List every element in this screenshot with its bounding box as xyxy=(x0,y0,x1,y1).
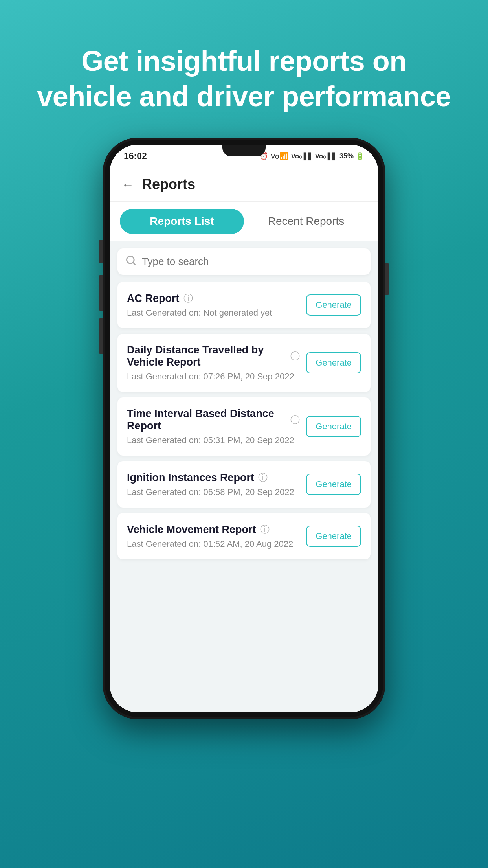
info-icon-vehicle-movement[interactable]: ⓘ xyxy=(260,523,270,536)
report-info-time-interval: Time Interval Based Distance Report ⓘ La… xyxy=(127,408,306,445)
report-name-row-vehicle-movement: Vehicle Movement Report ⓘ xyxy=(127,523,300,536)
report-meta-vehicle-movement: Last Generated on: 01:52 AM, 20 Aug 2022 xyxy=(127,539,293,549)
tab-recent-reports[interactable]: Recent Reports xyxy=(244,209,368,234)
notch xyxy=(222,145,266,156)
report-name-time-interval: Time Interval Based Distance Report xyxy=(127,408,286,432)
info-icon-time-interval[interactable]: ⓘ xyxy=(290,414,300,426)
report-card-vehicle-movement: Vehicle Movement Report ⓘ Last Generated… xyxy=(117,513,371,559)
report-info-daily-distance: Daily Distance Travelled by Vehicle Repo… xyxy=(127,344,306,382)
search-bar xyxy=(117,248,371,275)
report-meta-time-interval: Last Generated on: 05:31 PM, 20 Sep 2022 xyxy=(127,435,294,445)
generate-button-ignition[interactable]: Generate xyxy=(306,474,361,495)
report-name-daily-distance: Daily Distance Travelled by Vehicle Repo… xyxy=(127,344,286,368)
signal-icons: Vo₀ ▌▌ Vo₀ ▌▌ xyxy=(291,152,337,160)
report-info-ignition: Ignition Instances Report ⓘ Last Generat… xyxy=(127,471,306,497)
phone-mockup: 16:02 ⏰ Vo📶 Vo₀ ▌▌ Vo₀ ▌▌ 35% 🔋 ← Report… xyxy=(103,138,385,719)
info-icon-daily-distance[interactable]: ⓘ xyxy=(290,350,300,362)
generate-button-daily-distance[interactable]: Generate xyxy=(306,352,361,373)
tabs-container: Reports List Recent Reports xyxy=(110,202,378,241)
report-name-ac: AC Report xyxy=(127,292,180,305)
report-name-row-time-interval: Time Interval Based Distance Report ⓘ xyxy=(127,408,300,432)
phone-screen: 16:02 ⏰ Vo📶 Vo₀ ▌▌ Vo₀ ▌▌ 35% 🔋 ← Report… xyxy=(110,145,378,712)
report-meta-ignition: Last Generated on: 06:58 PM, 20 Sep 2022 xyxy=(127,487,294,497)
generate-button-ac[interactable]: Generate xyxy=(306,294,361,316)
info-icon-ac[interactable]: ⓘ xyxy=(183,292,193,305)
report-card-daily-distance: Daily Distance Travelled by Vehicle Repo… xyxy=(117,334,371,392)
report-name-row-daily-distance: Daily Distance Travelled by Vehicle Repo… xyxy=(127,344,300,368)
report-name-ignition: Ignition Instances Report xyxy=(127,472,254,484)
report-card-time-interval: Time Interval Based Distance Report ⓘ La… xyxy=(117,397,371,456)
wifi-icon: Vo📶 xyxy=(270,152,288,161)
svg-line-1 xyxy=(133,262,135,264)
battery-indicator: 35% 🔋 xyxy=(339,152,364,160)
app-content: ← Reports Reports List Recent Reports xyxy=(110,167,378,712)
volume-up-button xyxy=(99,240,103,263)
status-icons: ⏰ Vo📶 Vo₀ ▌▌ Vo₀ ▌▌ 35% 🔋 xyxy=(259,152,364,161)
report-info-vehicle-movement: Vehicle Movement Report ⓘ Last Generated… xyxy=(127,523,306,549)
reports-list: AC Report ⓘ Last Generated on: Not gener… xyxy=(110,282,378,712)
hero-title: Get insightful reports on vehicle and dr… xyxy=(31,43,457,114)
generate-button-vehicle-movement[interactable]: Generate xyxy=(306,526,361,547)
report-meta-ac: Last Generated on: Not generated yet xyxy=(127,308,272,318)
top-bar: ← Reports xyxy=(110,167,378,202)
page-title: Reports xyxy=(142,176,195,193)
report-name-row-ac: AC Report ⓘ xyxy=(127,292,300,305)
volume-down-button xyxy=(99,275,103,311)
status-time: 16:02 xyxy=(124,151,147,162)
tab-reports-list[interactable]: Reports List xyxy=(120,209,244,234)
report-card-ac: AC Report ⓘ Last Generated on: Not gener… xyxy=(117,282,371,328)
report-info-ac: AC Report ⓘ Last Generated on: Not gener… xyxy=(127,292,306,318)
search-input[interactable] xyxy=(142,256,363,268)
power-button xyxy=(385,263,389,295)
report-meta-daily-distance: Last Generated on: 07:26 PM, 20 Sep 2022 xyxy=(127,371,294,381)
silent-button xyxy=(99,318,103,354)
generate-button-time-interval[interactable]: Generate xyxy=(306,416,361,437)
hero-section: Get insightful reports on vehicle and dr… xyxy=(0,43,488,114)
search-icon xyxy=(125,255,136,268)
report-name-vehicle-movement: Vehicle Movement Report xyxy=(127,524,256,536)
report-name-row-ignition: Ignition Instances Report ⓘ xyxy=(127,471,300,484)
report-card-ignition: Ignition Instances Report ⓘ Last Generat… xyxy=(117,461,371,508)
back-button[interactable]: ← xyxy=(121,177,134,192)
info-icon-ignition[interactable]: ⓘ xyxy=(258,471,268,484)
